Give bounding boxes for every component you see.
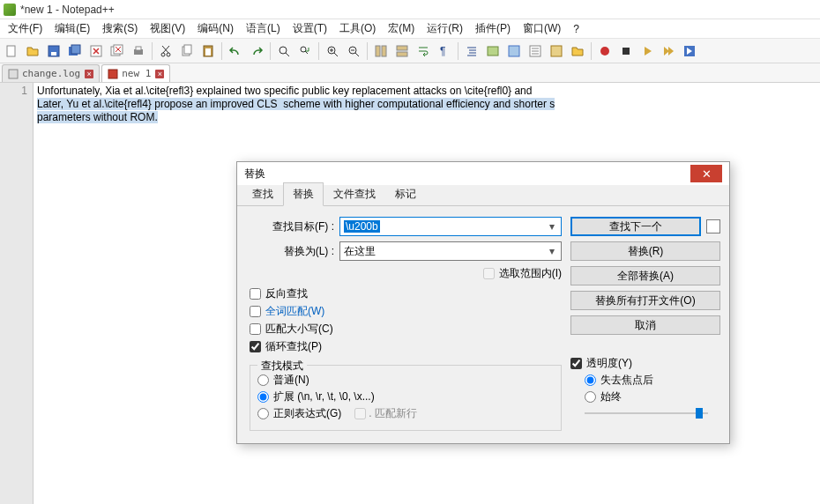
tab-find-in-files[interactable]: 文件查找	[324, 182, 385, 205]
svg-rect-20	[376, 46, 380, 56]
cut-icon[interactable]	[156, 41, 175, 61]
tab-find[interactable]: 查找	[242, 182, 283, 205]
menu-plugins[interactable]: 插件(P)	[469, 19, 517, 39]
tab-label: new 1	[122, 68, 151, 79]
dropdown-arrow-icon[interactable]: ▾	[545, 244, 559, 258]
replace-value[interactable]	[344, 245, 557, 257]
svg-rect-4	[71, 45, 80, 54]
save-all-icon[interactable]	[65, 41, 85, 61]
close-icon[interactable]	[86, 41, 106, 61]
menu-view[interactable]: 视图(V)	[144, 19, 191, 39]
play-macro-icon[interactable]	[637, 41, 657, 61]
save-icon[interactable]	[44, 41, 63, 61]
tab-mark[interactable]: 标记	[385, 182, 426, 205]
menu-file[interactable]: 文件(F)	[2, 19, 48, 39]
tab-close-icon[interactable]: ×	[155, 70, 164, 78]
transparency-slider[interactable]	[585, 406, 708, 420]
stop-macro-icon[interactable]	[616, 41, 636, 61]
lang-icon[interactable]	[483, 41, 503, 61]
svg-rect-15	[205, 48, 211, 56]
toolbar: ¶	[0, 39, 820, 63]
dialog-close-button[interactable]: ✕	[690, 165, 722, 182]
transparency-checkbox[interactable]: 透明度(Y)	[570, 356, 720, 371]
menu-bar: 文件(F) 编辑(E) 搜索(S) 视图(V) 编码(N) 语言(L) 设置(T…	[0, 19, 820, 39]
search-mode-panel: 查找模式 普通(N) 扩展 (\n, \r, \t, \0, \x...) 正则…	[250, 365, 562, 431]
menu-encoding[interactable]: 编码(N)	[191, 19, 240, 39]
tab-replace[interactable]: 替换	[283, 182, 324, 206]
svg-rect-22	[397, 46, 407, 50]
backward-checkbox[interactable]: 反向查找	[250, 286, 562, 301]
svg-rect-9	[136, 47, 141, 50]
line-number: 1	[0, 85, 27, 97]
match-newline-checkbox: . 匹配新行	[354, 406, 417, 421]
show-all-chars-icon[interactable]: ¶	[435, 41, 454, 61]
doc-map-icon[interactable]	[504, 41, 524, 61]
document-tabbar: change.log × new 1 ×	[0, 63, 820, 83]
line-number-gutter: 1	[0, 83, 34, 504]
menu-edit[interactable]: 编辑(E)	[48, 19, 96, 39]
save-macro-icon[interactable]	[680, 41, 699, 61]
menu-help[interactable]: ?	[567, 20, 585, 38]
replace-button[interactable]: 替换(R)	[570, 241, 720, 261]
find-icon[interactable]	[274, 41, 294, 61]
find-input[interactable]: \u200b ▾	[339, 217, 562, 236]
svg-point-16	[280, 47, 287, 54]
replace-icon[interactable]	[295, 41, 315, 61]
menu-language[interactable]: 语言(L)	[240, 19, 287, 39]
replace-all-open-button[interactable]: 替换所有打开文件(O)	[570, 291, 720, 310]
zoom-in-icon[interactable]	[323, 41, 342, 61]
mode-normal-radio[interactable]: 普通(N)	[257, 373, 554, 388]
sync-h-icon[interactable]	[392, 41, 412, 61]
svg-rect-28	[551, 46, 562, 56]
replace-input[interactable]: ▾	[339, 241, 562, 261]
zoom-out-icon[interactable]	[344, 41, 363, 61]
svg-rect-26	[509, 46, 519, 56]
dropdown-arrow-icon[interactable]: ▾	[545, 219, 559, 233]
open-file-icon[interactable]	[23, 41, 42, 61]
tab-close-icon[interactable]: ×	[85, 70, 93, 78]
copy-icon[interactable]	[177, 41, 197, 61]
wrap-icon[interactable]	[414, 41, 433, 61]
document-tab[interactable]: change.log ×	[2, 64, 100, 82]
wrap-around-checkbox[interactable]: 循环查找(P)	[250, 339, 562, 354]
undo-icon[interactable]	[226, 41, 245, 61]
find-next-button[interactable]: 查找下一个	[570, 217, 701, 236]
replace-dialog: 替换 ✕ 查找 替换 文件查找 标记 查找目标(F) : \u200b ▾ 替换…	[236, 161, 730, 444]
menu-tools[interactable]: 工具(O)	[333, 19, 382, 39]
file-icon	[8, 69, 19, 79]
print-icon[interactable]	[129, 41, 148, 61]
window-title: *new 1 - Notepad++	[20, 4, 115, 16]
folder-icon[interactable]	[568, 41, 587, 61]
new-file-icon[interactable]	[2, 41, 21, 61]
match-case-checkbox[interactable]: 匹配大小写(C)	[250, 322, 562, 337]
menu-settings[interactable]: 设置(T)	[287, 19, 333, 39]
mode-regex-radio[interactable]: 正则表达式(G) . 匹配新行	[257, 406, 554, 421]
cancel-button[interactable]: 取消	[570, 315, 720, 335]
in-selection-checkbox[interactable]: 选取范围内(I)	[483, 266, 562, 281]
whole-word-checkbox[interactable]: 全词匹配(W)	[250, 304, 562, 319]
svg-point-29	[600, 47, 609, 56]
record-macro-icon[interactable]	[595, 41, 615, 61]
menu-search[interactable]: 搜索(S)	[96, 19, 144, 39]
direction-toggle[interactable]	[706, 219, 720, 233]
svg-rect-33	[108, 70, 117, 78]
menu-macro[interactable]: 宏(M)	[382, 19, 421, 39]
paste-icon[interactable]	[198, 41, 218, 61]
doc-list-icon[interactable]	[526, 41, 545, 61]
redo-icon[interactable]	[247, 41, 266, 61]
menu-window[interactable]: 窗口(W)	[517, 19, 567, 39]
always-radio[interactable]: 始终	[585, 389, 720, 404]
find-value-selected: \u200b	[344, 220, 380, 233]
close-all-icon[interactable]	[108, 41, 127, 61]
svg-text:¶: ¶	[440, 45, 445, 57]
lose-focus-radio[interactable]: 失去焦点后	[585, 373, 720, 388]
menu-run[interactable]: 运行(R)	[421, 19, 469, 39]
sync-v-icon[interactable]	[371, 41, 391, 61]
play-multi-icon[interactable]	[659, 41, 678, 61]
document-tab-active[interactable]: new 1 ×	[101, 64, 170, 82]
func-list-icon[interactable]	[547, 41, 566, 61]
indent-guide-icon[interactable]	[462, 41, 481, 61]
replace-all-button[interactable]: 全部替换(A)	[570, 266, 720, 285]
mode-extended-radio[interactable]: 扩展 (\n, \r, \t, \0, \x...)	[257, 389, 554, 404]
svg-rect-25	[488, 47, 498, 56]
